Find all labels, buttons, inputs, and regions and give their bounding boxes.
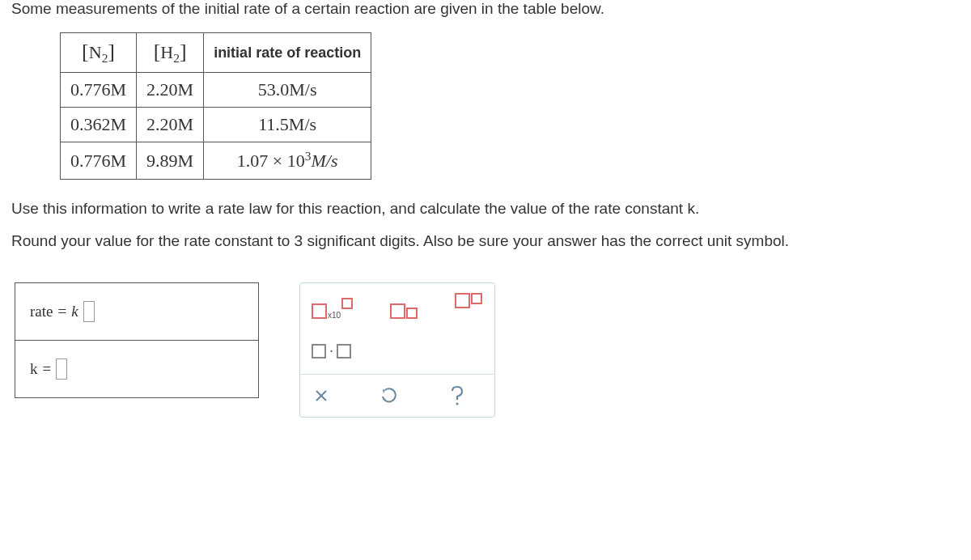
help-button[interactable]	[447, 386, 467, 405]
multiply-button[interactable]: ·	[312, 338, 351, 364]
rate-law-row: rate = k	[15, 283, 258, 341]
k-label: k	[30, 360, 38, 378]
prompt-intro: Some measurements of the initial rate of…	[11, 0, 960, 18]
k-symbol: k	[71, 303, 78, 320]
table-row: 0.362M 2.20M 11.5M/s	[61, 108, 371, 142]
table-row: 0.776M 9.89M 1.07 × 103M/s	[61, 142, 371, 179]
rate-label: rate	[30, 303, 53, 320]
table-row: 0.776M 2.20M 53.0M/s	[61, 73, 371, 108]
answer-box: rate = k k =	[15, 282, 259, 398]
rate-constant-row: k =	[15, 341, 258, 397]
equals: =	[57, 303, 66, 320]
prompt-end: Round your value for the rate constant t…	[11, 232, 960, 250]
data-table: [N2] [H2] initial rate of reaction 0.776…	[60, 32, 371, 180]
undo-button[interactable]	[379, 386, 399, 405]
sci-notation-button[interactable]: x10	[312, 293, 353, 319]
clear-button[interactable]	[312, 386, 331, 405]
equation-palette: x10 ·	[299, 282, 495, 418]
svg-point-0	[456, 402, 458, 405]
prompt-mid: Use this information to write a rate law…	[11, 200, 960, 218]
col-header-h2: [H2]	[137, 33, 204, 73]
superscript-button[interactable]	[455, 293, 482, 319]
col-header-n2: [N2]	[61, 33, 137, 73]
rate-constant-input[interactable]	[56, 358, 67, 380]
subscript-button[interactable]	[390, 293, 418, 319]
equals: =	[43, 360, 52, 378]
rate-law-input[interactable]	[83, 301, 95, 322]
col-header-rate: initial rate of reaction	[204, 33, 371, 73]
